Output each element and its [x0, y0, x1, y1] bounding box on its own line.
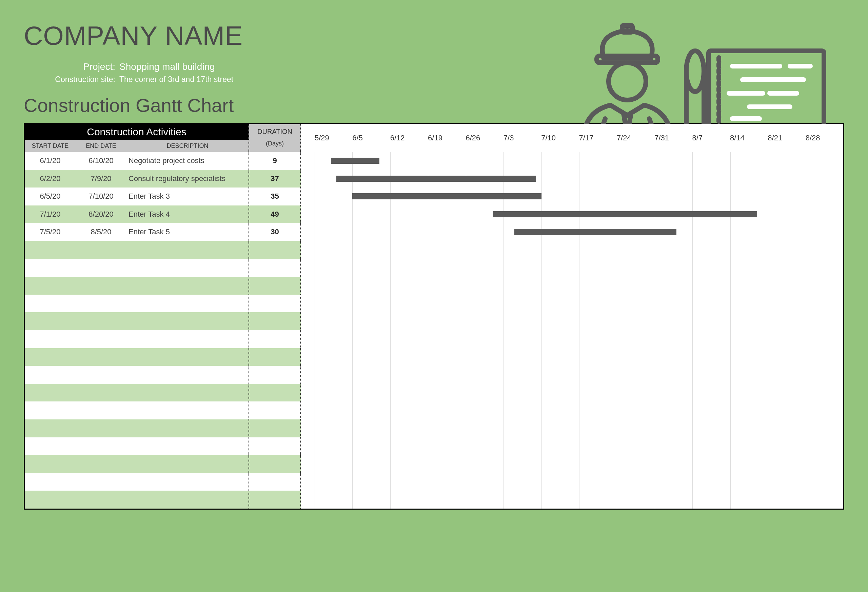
date-tick: 6/5: [352, 124, 390, 152]
cell-duration: 49: [248, 205, 301, 223]
grid-line: [352, 152, 353, 509]
cell-start: [25, 366, 75, 384]
cell-start: [25, 241, 75, 259]
cell-description: [127, 402, 248, 419]
cell-start: [25, 419, 75, 437]
site-label: Construction site:: [47, 75, 115, 84]
grid-line: [466, 152, 466, 509]
cell-start: 6/5/20: [25, 187, 75, 205]
grid-line: [806, 152, 806, 509]
cell-description: [127, 491, 248, 509]
cell-end: [75, 366, 127, 384]
activities-header-row1: Construction Activities DURATION: [25, 124, 301, 140]
cell-duration: [248, 473, 301, 491]
cell-description: [127, 295, 248, 313]
table-row: [25, 384, 301, 402]
cell-start: [25, 402, 75, 419]
table-row: [25, 419, 301, 437]
table-row: [25, 330, 301, 348]
cell-start: [25, 277, 75, 295]
cell-description: [127, 455, 248, 473]
cell-description: Consult regulatory specialists: [127, 170, 248, 188]
cell-duration: 30: [248, 223, 301, 241]
table-row: [25, 241, 301, 259]
cell-duration: [248, 241, 301, 259]
date-tick: 7/24: [617, 124, 654, 152]
col-end-date: END DATE: [75, 140, 127, 152]
date-tick: 6/12: [390, 124, 428, 152]
cell-start: 7/1/20: [25, 205, 75, 223]
col-start-date: START DATE: [25, 140, 75, 152]
cell-duration: [248, 402, 301, 419]
activities-title: Construction Activities: [25, 124, 248, 140]
cell-duration: [248, 437, 301, 455]
cell-start: [25, 330, 75, 348]
cell-end: [75, 455, 127, 473]
grid-line: [314, 152, 315, 509]
cell-end: [75, 241, 127, 259]
header: COMPANY NAME Project: Shopping mall buil…: [24, 20, 844, 116]
cell-description: [127, 312, 248, 330]
cell-description: Negotiate project costs: [127, 152, 248, 170]
cell-duration: [248, 312, 301, 330]
table-row: [25, 455, 301, 473]
cell-description: [127, 277, 248, 295]
cell-duration: [248, 259, 301, 277]
table-row: [25, 473, 301, 491]
cell-description: Enter Task 3: [127, 187, 248, 205]
table-row: [25, 312, 301, 330]
grid-line: [428, 152, 428, 509]
gantt-bar: [352, 193, 541, 199]
cell-end: 8/5/20: [75, 223, 127, 241]
cell-end: [75, 259, 127, 277]
table-row: [25, 277, 301, 295]
cell-end: [75, 348, 127, 366]
cell-start: [25, 259, 75, 277]
grid-line: [617, 152, 617, 509]
svg-point-2: [609, 63, 646, 100]
cell-start: [25, 348, 75, 366]
table-row: [25, 259, 301, 277]
task-rows: 6/1/206/10/20Negotiate project costs96/2…: [25, 152, 301, 509]
project-value: Shopping mall building: [120, 61, 215, 72]
grid-line: [390, 152, 391, 509]
grid-line: [655, 152, 655, 509]
col-description: DESCRIPTION: [127, 140, 248, 152]
cell-duration: [248, 455, 301, 473]
date-tick: 8/7: [692, 124, 730, 152]
date-tick: 7/31: [654, 124, 692, 152]
site-value: The corner of 3rd and 17th street: [120, 75, 233, 84]
cell-duration: [248, 491, 301, 509]
timeline-panel: 5/296/56/126/196/267/37/107/177/247/318/…: [301, 124, 843, 509]
cell-description: [127, 419, 248, 437]
table-row: [25, 402, 301, 419]
date-tick: 8/21: [768, 124, 805, 152]
table-row: [25, 348, 301, 366]
date-tick: 7/17: [579, 124, 617, 152]
date-tick: 8/28: [806, 124, 843, 152]
cell-duration: 37: [248, 170, 301, 188]
cell-end: [75, 419, 127, 437]
cell-start: [25, 437, 75, 455]
date-tick: 7/10: [541, 124, 579, 152]
grid-line: [730, 152, 731, 509]
date-tick: 7/3: [503, 124, 541, 152]
cell-duration: [248, 277, 301, 295]
gantt-bar: [493, 211, 757, 217]
cell-start: 6/1/20: [25, 152, 75, 170]
cell-end: 6/10/20: [75, 152, 127, 170]
svg-point-3: [686, 51, 704, 92]
cell-end: [75, 330, 127, 348]
cell-end: [75, 384, 127, 402]
cell-start: 6/2/20: [25, 170, 75, 188]
cell-duration: [248, 330, 301, 348]
cell-end: [75, 437, 127, 455]
cell-duration: [248, 384, 301, 402]
gantt-bar: [337, 176, 536, 182]
duration-header: DURATION: [248, 124, 301, 140]
cell-start: 7/5/20: [25, 223, 75, 241]
table-row: 7/1/208/20/20Enter Task 449: [25, 205, 301, 223]
duration-subheader: (Days): [248, 140, 301, 152]
cell-end: 7/9/20: [75, 170, 127, 188]
cell-description: [127, 348, 248, 366]
